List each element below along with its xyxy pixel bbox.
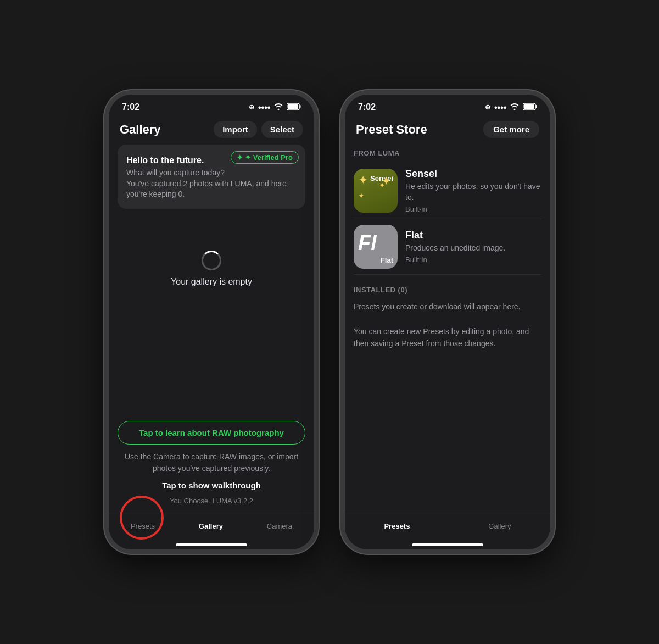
installed-label: Installed (0) [354,281,541,301]
left-phone-screen: 7:02 ⊕ ●●●● Gall [109,95,314,549]
svg-rect-1 [288,104,298,109]
installed-section: Installed (0) Presets you create or down… [354,281,541,350]
nav-buttons-left: Import Select [214,121,303,138]
content-left: ✦ ✦ Verified Pro Hello to the future. Wh… [109,145,314,421]
sensei-name: Sensei [405,168,541,180]
right-phone-frame: 7:02 ⊕ ●●●● Pres [340,90,555,554]
home-indicator-left [176,543,247,546]
signal-icon-right: ●●●● [494,104,506,110]
tab-bar-right: Presets Gallery [345,514,550,543]
promo-card: ✦ ✦ Verified Pro Hello to the future. Wh… [118,145,305,209]
flat-info: Flat Produces an unedited image. Built-i… [405,230,541,264]
import-button[interactable]: Import [214,121,257,138]
status-time-right: 7:02 [358,102,376,112]
content-right: From LUMA ✦✦ ✦ ✦ Sensei Sensei He edits … [345,145,550,514]
page-title-right: Preset Store [356,123,427,137]
flat-icon: Fl Flat [354,225,398,269]
verified-text: ✦ Verified Pro [245,153,293,162]
tab-presets-right[interactable]: Presets [373,520,421,532]
left-phone-frame: 7:02 ⊕ ●●●● Gall [104,90,319,554]
battery-icon [287,103,301,112]
sensei-info: Sensei He edits your photos, so you don'… [405,168,541,213]
preset-item-flat[interactable]: Fl Flat Flat Produces an unedited image.… [354,219,541,275]
empty-gallery-text: Your gallery is empty [171,277,252,287]
svg-rect-4 [524,104,534,109]
tab-bar-left: Presets Gallery Camera [109,514,314,543]
installed-desc: Presets you create or download will appe… [354,301,541,350]
nav-bar-right: Preset Store Get more [345,116,550,145]
status-icons-left: ⊕ ●●●● [249,103,301,112]
empty-gallery: Your gallery is empty [118,218,305,309]
sensei-icon: ✦✦ ✦ ✦ Sensei [354,169,398,213]
status-bar-left: 7:02 ⊕ ●●●● [109,95,314,116]
sparkle-icon: ✦✦ [358,173,368,202]
wifi-icon [273,103,283,112]
select-button[interactable]: Select [261,121,303,138]
right-phone-screen: 7:02 ⊕ ●●●● Pres [345,95,550,549]
promo-body: What will you capture today?You've captu… [126,168,297,200]
loading-spinner [202,251,221,270]
tab-presets-left[interactable]: Presets [120,520,166,532]
status-time-left: 7:02 [122,102,139,112]
get-more-button[interactable]: Get more [483,121,539,138]
flat-fl-text: Fl [358,232,377,253]
bottom-section-left: Tap to learn about RAW photography Use t… [109,421,314,514]
home-indicator-right [412,543,483,546]
location-icon-right: ⊕ [485,103,490,111]
tab-gallery-right[interactable]: Gallery [477,520,522,532]
battery-icon-right [523,103,537,112]
sensei-built: Built-in [405,205,541,213]
page-title-left: Gallery [120,123,161,137]
from-luma-label: From LUMA [354,145,541,163]
walkthrough-button[interactable]: Tap to show walkthrough [162,481,261,490]
tab-gallery-left[interactable]: Gallery [188,520,234,532]
raw-photography-button[interactable]: Tap to learn about RAW photography [118,421,305,445]
verified-badge: ✦ ✦ Verified Pro [231,151,299,164]
location-icon: ⊕ [249,103,254,111]
verified-icon: ✦ [237,153,243,162]
svg-rect-5 [536,105,537,108]
tab-camera-left[interactable]: Camera [256,520,303,532]
wifi-icon-right [510,103,520,112]
sensei-desc: He edits your photos, so you don't have … [405,181,541,203]
flat-name: Flat [405,230,541,241]
raw-description: Use the Camera to capture RAW images, or… [118,451,305,474]
status-icons-right: ⊕ ●●●● [485,103,537,112]
flat-icon-label: Flat [381,256,393,264]
svg-rect-2 [300,105,301,108]
nav-bar-left: Gallery Import Select [109,116,314,145]
status-bar-right: 7:02 ⊕ ●●●● [345,95,550,116]
preset-item-sensei[interactable]: ✦✦ ✦ ✦ Sensei Sensei He edits your photo… [354,163,541,219]
flat-built: Built-in [405,256,541,264]
flat-desc: Produces an unedited image. [405,243,541,254]
version-text: You Choose. LUMA v3.2.2 [170,497,253,505]
signal-icon: ●●●● [258,104,270,110]
